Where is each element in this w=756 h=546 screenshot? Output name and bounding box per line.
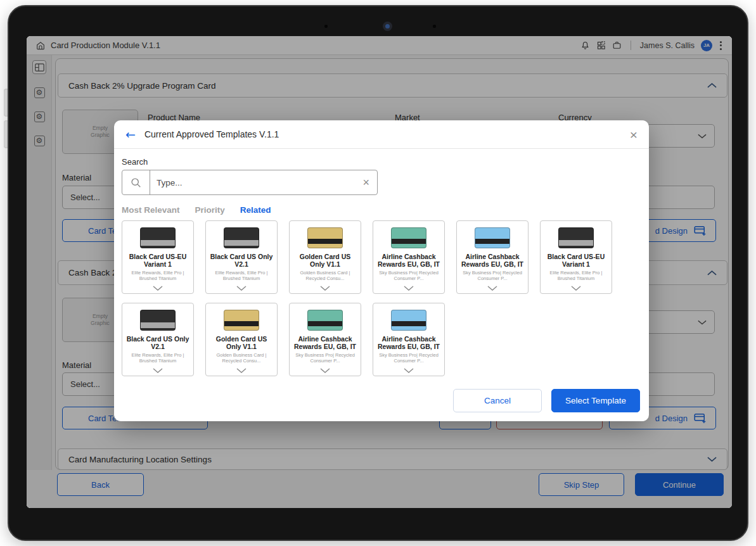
search-field: × bbox=[122, 170, 378, 195]
sensor-dot bbox=[433, 25, 436, 28]
card-graphic-icon bbox=[140, 310, 176, 331]
template-description: Elite Rewards, Elite Pro | Brushed Titan… bbox=[541, 270, 612, 283]
tab-most-relevant[interactable]: Most Relevant bbox=[122, 205, 180, 215]
template-name: Black Card US-EU Variant 1 bbox=[122, 253, 193, 269]
chevron-down-icon[interactable] bbox=[153, 364, 163, 376]
template-description: Golden Business Card | Recycled Consu... bbox=[290, 270, 361, 283]
card-graphic-icon bbox=[224, 227, 259, 248]
app-screen: Card Production Module V.1.1 bbox=[27, 36, 732, 508]
tab-related[interactable]: Related bbox=[240, 205, 271, 215]
chevron-down-icon[interactable] bbox=[320, 364, 330, 376]
template-description: Sky Business Pro| Recycled Consumer P... bbox=[373, 270, 444, 283]
template-card[interactable]: Airline Cashback Rewards EU, GB, IT Sky … bbox=[456, 220, 529, 294]
back-arrow-icon[interactable]: ← bbox=[125, 129, 136, 141]
tablet-bezel: Card Production Module V.1.1 bbox=[8, 5, 748, 541]
template-card[interactable]: Airline Cashback Rewards EU, GB, IT Sky … bbox=[373, 220, 445, 294]
chevron-down-icon[interactable] bbox=[153, 282, 163, 293]
card-graphic-icon bbox=[475, 227, 510, 248]
modal-header: ← Current Approved Templates V.1.1 × bbox=[114, 120, 649, 149]
template-description: Golden Business Card | Recycled Consu... bbox=[206, 352, 277, 365]
tab-priority[interactable]: Priority bbox=[195, 205, 225, 215]
chevron-down-icon[interactable] bbox=[404, 364, 414, 376]
card-graphic-icon bbox=[391, 310, 426, 331]
modal-title: Current Approved Templates V.1.1 bbox=[144, 129, 279, 139]
chevron-down-icon[interactable] bbox=[236, 364, 247, 376]
template-description: Sky Business Pro| Recycled Consumer P... bbox=[457, 270, 528, 283]
template-card[interactable]: Black Card US Only V2.1 Elite Rewards, E… bbox=[205, 220, 278, 294]
template-name: Black Card US Only V2.1 bbox=[206, 253, 277, 269]
template-description: Sky Business Pro| Recycled Consumer P... bbox=[290, 352, 361, 365]
sensor-dot bbox=[324, 25, 328, 28]
card-graphic-icon bbox=[307, 310, 343, 331]
template-card[interactable]: Black Card US-EU Variant 1 Elite Rewards… bbox=[540, 220, 612, 294]
chevron-down-icon[interactable] bbox=[236, 282, 247, 293]
search-label: Search bbox=[122, 157, 148, 167]
template-name: Airline Cashback Rewards EU, GB, IT bbox=[373, 253, 444, 269]
front-camera bbox=[383, 22, 392, 31]
search-icon bbox=[131, 177, 141, 188]
search-icon-cell bbox=[122, 170, 150, 194]
template-card[interactable]: Airline Cashback Rewards EU, GB, IT Sky … bbox=[289, 303, 361, 376]
template-tabs: Most Relevant Priority Related bbox=[122, 205, 271, 215]
card-graphic-icon bbox=[307, 227, 343, 248]
template-card[interactable]: Black Card US Only V2.1 Elite Rewards, E… bbox=[122, 303, 194, 376]
template-grid: Black Card US-EU Variant 1 Elite Rewards… bbox=[122, 220, 629, 376]
close-icon[interactable]: × bbox=[630, 128, 637, 141]
template-description: Elite Rewards, Elite Pro | Brushed Titan… bbox=[206, 270, 277, 283]
clear-search-icon[interactable]: × bbox=[355, 170, 377, 194]
template-name: Golden Card US Only V1.1 bbox=[290, 253, 361, 269]
template-description: Elite Rewards, Elite Pro | Brushed Titan… bbox=[122, 270, 193, 283]
templates-modal: ← Current Approved Templates V.1.1 × Sea… bbox=[114, 120, 649, 421]
chevron-down-icon[interactable] bbox=[571, 282, 581, 293]
template-description: Sky Business Pro| Recycled Consumer P... bbox=[373, 352, 444, 365]
template-name: Black Card US Only V2.1 bbox=[122, 335, 193, 351]
chevron-down-icon[interactable] bbox=[320, 282, 330, 293]
template-name: Airline Cashback Rewards EU, GB, IT bbox=[290, 335, 361, 351]
tablet-mockup: Card Production Module V.1.1 bbox=[0, 0, 756, 546]
template-card[interactable]: Black Card US-EU Variant 1 Elite Rewards… bbox=[122, 220, 194, 294]
select-template-button[interactable]: Select Template bbox=[551, 389, 640, 412]
template-card[interactable]: Airline Cashback Rewards EU, GB, IT Sky … bbox=[373, 303, 445, 376]
search-input[interactable] bbox=[150, 170, 355, 194]
template-name: Black Card US-EU Variant 1 bbox=[541, 253, 612, 269]
template-description: Elite Rewards, Elite Pro | Brushed Titan… bbox=[122, 352, 193, 365]
chevron-down-icon[interactable] bbox=[487, 282, 497, 293]
chevron-down-icon[interactable] bbox=[404, 282, 414, 293]
card-graphic-icon bbox=[224, 310, 259, 331]
card-graphic-icon bbox=[391, 227, 426, 248]
card-graphic-icon bbox=[558, 227, 594, 248]
template-name: Golden Card US Only V1.1 bbox=[206, 335, 277, 351]
template-name: Airline Cashback Rewards EU, GB, IT bbox=[373, 335, 444, 351]
template-card[interactable]: Golden Card US Only V1.1 Golden Business… bbox=[205, 303, 278, 376]
card-graphic-icon bbox=[140, 227, 176, 248]
cancel-button[interactable]: Cancel bbox=[453, 389, 542, 412]
template-card[interactable]: Golden Card US Only V1.1 Golden Business… bbox=[289, 220, 361, 294]
template-name: Airline Cashback Rewards EU, GB, IT bbox=[457, 253, 528, 269]
